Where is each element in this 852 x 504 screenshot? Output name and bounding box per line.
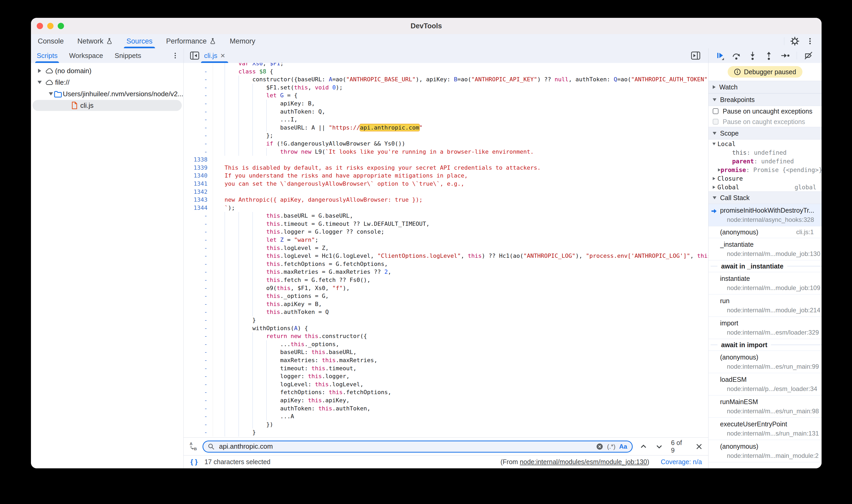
code-line[interactable]: - ...I,	[184, 116, 708, 124]
line-gutter[interactable]: -	[184, 100, 213, 108]
scope-row-this[interactable]: this: undefined	[709, 148, 821, 157]
code-line[interactable]: - baseURL: A || "https://api.anthropic.c…	[184, 124, 708, 132]
line-gutter[interactable]: -	[184, 429, 213, 437]
code-line[interactable]: - maxRetries: this.maxRetries,	[184, 356, 708, 364]
line-gutter[interactable]: 1344	[184, 204, 213, 212]
line-gutter[interactable]: -	[184, 396, 213, 404]
previous-match-icon[interactable]	[640, 443, 647, 450]
code-line[interactable]: - withOptions(A) {	[184, 324, 708, 332]
line-gutter[interactable]: -	[184, 108, 213, 116]
code-line[interactable]: - logger: this.logger,	[184, 372, 708, 380]
line-gutter[interactable]: 1340	[184, 172, 213, 180]
line-gutter[interactable]: -	[184, 252, 213, 260]
code-line[interactable]: - let G = {	[184, 91, 708, 100]
regex-toggle[interactable]: (.*)	[607, 443, 616, 450]
line-gutter[interactable]: -	[184, 340, 213, 348]
line-gutter[interactable]: -	[184, 148, 213, 156]
call-stack-frame[interactable]: loadESMnode:internal/p.../esm_loader:34	[709, 373, 821, 395]
code-line[interactable]: - throw new L9(`It looks like you're run…	[184, 148, 708, 156]
code-line[interactable]: - this._options = G,	[184, 292, 708, 300]
code-line[interactable]: - baseURL: this.baseURL,	[184, 348, 708, 356]
resume-script-icon[interactable]	[715, 51, 725, 60]
code-line[interactable]: - })	[184, 420, 708, 429]
line-gutter[interactable]	[184, 63, 213, 68]
expand-sidebar-icon[interactable]	[691, 51, 700, 60]
code-line[interactable]: - this.maxRetries = G.maxRetries ?? 2,	[184, 268, 708, 276]
call-stack-frame[interactable]: importnode:internal/m...esm/loader:329	[709, 317, 821, 339]
navigator-tab-scripts[interactable]: Scripts	[31, 48, 63, 63]
main-tab-sources[interactable]: Sources	[120, 34, 159, 48]
tree-item-users-jinhuilee-nvm-versions-node-v2-[interactable]: Users/jinhuilee/.nvm/versions/node/v2...	[31, 88, 183, 100]
replace-toggle-icon[interactable]: A B	[188, 442, 198, 451]
line-gutter[interactable]: -	[184, 356, 213, 364]
coverage-link[interactable]: Coverage: n/a	[661, 458, 702, 466]
code-line[interactable]: - o9(this, $F1, Xs0, "f"),	[184, 284, 708, 292]
line-gutter[interactable]: -	[184, 316, 213, 324]
code-line[interactable]: var Xs0, $F1;	[184, 63, 708, 68]
expander-open-icon[interactable]	[711, 143, 717, 145]
line-gutter[interactable]: 1339	[184, 164, 213, 172]
code-line[interactable]: - logLevel: this.logLevel,	[184, 380, 708, 389]
tree-item--no-domain-[interactable]: (no domain)	[31, 65, 183, 76]
pretty-print-icon[interactable]: { }	[191, 458, 197, 466]
code-line[interactable]: - class $8 {	[184, 68, 708, 76]
line-gutter[interactable]: -	[184, 413, 213, 420]
line-gutter[interactable]: -	[184, 212, 213, 220]
step-over-icon[interactable]	[732, 51, 741, 60]
line-gutter[interactable]: -	[184, 404, 213, 413]
close-search-icon[interactable]	[695, 443, 703, 450]
checkbox[interactable]	[713, 108, 718, 114]
expander-closed-icon[interactable]	[718, 168, 721, 172]
line-gutter[interactable]: -	[184, 75, 213, 84]
main-tab-memory[interactable]: Memory	[223, 34, 262, 48]
line-gutter[interactable]: -	[184, 228, 213, 236]
call-stack-frame[interactable]: (anonymous)node:internal/m...main_module…	[709, 440, 821, 462]
code-line[interactable]: - if (!G.dangerouslyAllowBrowser && Ys0(…	[184, 140, 708, 148]
navigator-tab-snippets[interactable]: Snippets	[109, 48, 147, 63]
more-options-kebab-icon[interactable]	[805, 36, 815, 46]
code-line[interactable]: - constructor({baseURL: A=ao("ANTHROPIC_…	[184, 75, 708, 84]
line-gutter[interactable]: 1342	[184, 188, 213, 196]
expander-open-icon[interactable]	[48, 92, 53, 95]
code-line[interactable]: - };	[184, 132, 708, 140]
code-line[interactable]: - timeout: this.timeout,	[184, 364, 708, 373]
code-line[interactable]: - authToken: Q,	[184, 108, 708, 116]
line-gutter[interactable]: -	[184, 308, 213, 316]
call-stack-frame[interactable]: runnode:internal/m...module_job:214	[709, 294, 821, 317]
match-case-toggle[interactable]: Aa	[619, 443, 627, 450]
scope-row-parent[interactable]: parent: undefined	[709, 157, 821, 165]
code-area[interactable]: var Xs0, $F1;- class $8 {- constructor({…	[184, 63, 708, 437]
line-gutter[interactable]: -	[184, 244, 213, 252]
line-gutter[interactable]: -	[184, 348, 213, 356]
code-line[interactable]: - $F1.set(this, void 0);	[184, 84, 708, 92]
code-line[interactable]: - ...A	[184, 413, 708, 420]
code-line[interactable]: - apiKey: B,	[184, 100, 708, 108]
code-line[interactable]: - ...this._options,	[184, 340, 708, 348]
expander-closed-icon[interactable]	[711, 186, 717, 189]
navigator-kebab-icon[interactable]	[171, 51, 180, 60]
call-stack-frame[interactable]: instantiatenode:internal/m...module_job:…	[709, 272, 821, 294]
line-gutter[interactable]: -	[184, 236, 213, 244]
tab-cli-js[interactable]: cli.js ×	[199, 48, 230, 63]
line-gutter[interactable]: -	[184, 124, 213, 132]
line-gutter[interactable]: -	[184, 116, 213, 124]
call-stack-frame[interactable]: promiseInitHookWithDestroyTr...node:inte…	[709, 204, 821, 226]
code-line[interactable]: - let Z = "warn";	[184, 236, 708, 244]
close-tab-icon[interactable]: ×	[220, 52, 225, 59]
step-icon[interactable]	[780, 51, 790, 60]
section-call-stack[interactable]: Call Stack	[709, 192, 821, 204]
tree-item-cli-js[interactable]: cli.js	[31, 100, 183, 111]
main-tab-performance[interactable]: Performance	[159, 34, 223, 48]
code-line[interactable]: - fetchOptions: this.fetchOptions,	[184, 388, 708, 396]
line-gutter[interactable]: -	[184, 132, 213, 140]
call-stack-frame[interactable]: _instantiatenode:internal/m...module_job…	[709, 238, 821, 260]
expander-closed-icon[interactable]	[36, 69, 43, 73]
line-gutter[interactable]: -	[184, 388, 213, 396]
line-gutter[interactable]: -	[184, 372, 213, 380]
search-input[interactable]	[218, 442, 592, 451]
clear-search-icon[interactable]	[596, 443, 603, 450]
scope-row-closure[interactable]: Closure	[709, 174, 821, 183]
code-line[interactable]: - this.logger = G.logger ?? console;	[184, 228, 708, 236]
scope-row-global[interactable]: Globalglobal	[709, 183, 821, 192]
code-line[interactable]: - apiKey: this.apiKey,	[184, 396, 708, 404]
